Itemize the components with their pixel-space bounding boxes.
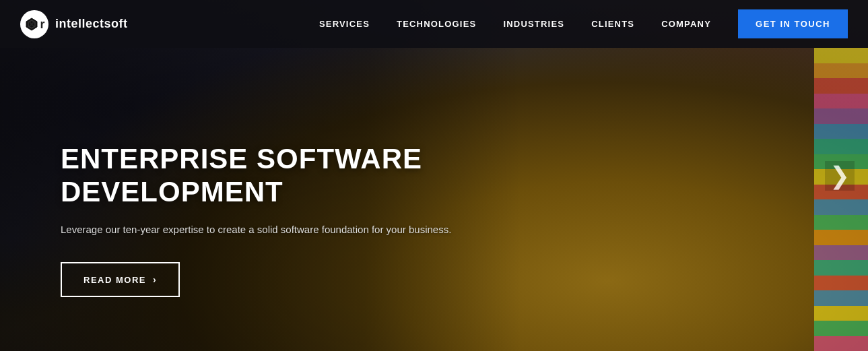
read-more-button[interactable]: READ MORE › [61, 262, 180, 297]
nav-services[interactable]: SERVICES [319, 19, 370, 29]
logo[interactable]: r intellectsoft [20, 10, 128, 38]
get-in-touch-button[interactable]: GET IN TOUCH [738, 9, 848, 38]
hero-content: ENTERPRISE SOFTWARE DEVELOPMENT Leverage… [61, 143, 451, 297]
hero-title: ENTERPRISE SOFTWARE DEVELOPMENT [61, 143, 451, 208]
color-swatches [814, 48, 868, 351]
nav-company[interactable]: COMPANY [661, 19, 711, 29]
logo-text: intellectsoft [55, 17, 128, 31]
nav-technologies[interactable]: TECHNOLOGIES [397, 19, 476, 29]
hero-next-button[interactable]: ❯ [825, 161, 855, 191]
hero-section: r intellectsoft SERVICES TECHNOLOGIES IN… [0, 0, 868, 351]
site-header: r intellectsoft SERVICES TECHNOLOGIES IN… [0, 0, 868, 48]
nav-clients[interactable]: CLIENTS [591, 19, 634, 29]
hero-subtitle: Leverage our ten-year expertise to creat… [61, 222, 451, 238]
read-more-label: READ MORE [84, 275, 146, 285]
main-nav: SERVICES TECHNOLOGIES INDUSTRIES CLIENTS… [319, 9, 848, 38]
read-more-chevron-icon: › [153, 274, 157, 285]
nav-industries[interactable]: INDUSTRIES [503, 19, 564, 29]
logo-icon: r [20, 10, 48, 38]
logo-svg [24, 16, 40, 32]
